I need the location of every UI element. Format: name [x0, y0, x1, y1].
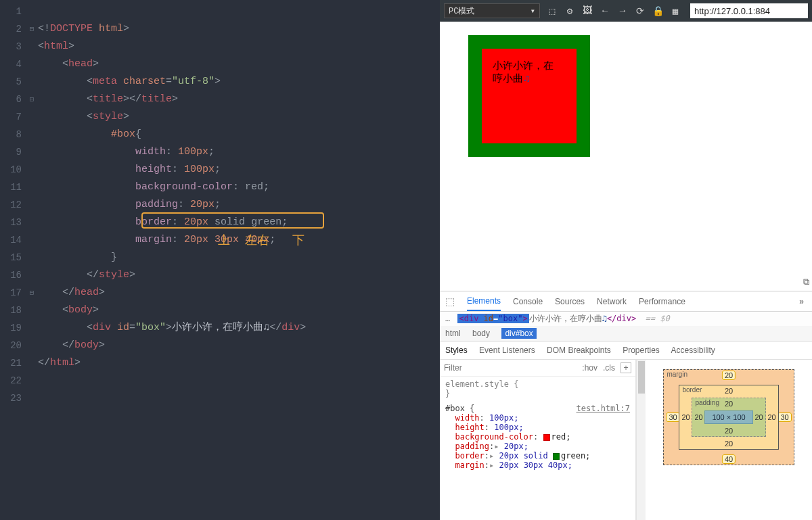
crumb-html[interactable]: html — [445, 329, 461, 338]
subtab-dombreakpoints[interactable]: DOM Breakpoints — [547, 346, 611, 355]
bm-content[interactable]: 100 × 100 — [704, 410, 752, 424]
subtab-accessibility[interactable]: Accessibility — [671, 346, 715, 355]
computed-box-model: margin 20 30 40 30 border 20 20 20 20 — [646, 360, 812, 520]
box-border: 小许小许，在 哼小曲♫ — [468, 35, 590, 157]
devtools-body: :hov .cls + element.style { } #box { tes… — [440, 360, 812, 520]
tab-sources[interactable]: Sources — [555, 293, 585, 310]
annotation-top: 上 — [218, 231, 230, 249]
devtools-panel: ⧉ ⬚ Elements Console Sources Network Per… — [440, 291, 812, 520]
url-bar[interactable]: http://127.0.0.1:884 — [690, 3, 808, 18]
toolbar-icon-5[interactable]: ⟳ — [635, 5, 646, 16]
music-note-glyph: ♫ — [263, 322, 269, 333]
toolbar-icon-3[interactable]: ← — [600, 5, 610, 16]
box-rule-block[interactable]: #box { test.html:7 width: 100px; height:… — [440, 401, 635, 473]
music-note-icon: ♫ — [523, 72, 531, 84]
devtools-main-tabs: ⬚ Elements Console Sources Network Perfo… — [440, 291, 812, 312]
crumb-body[interactable]: body — [472, 329, 490, 338]
preview-toolbar: PC模式 ▾ ⬚⚙🖼←→⟳🔒▦ http://127.0.0.1:884 — [440, 0, 812, 22]
toolbar-icon-0[interactable]: ⬚ — [547, 5, 558, 16]
margin-highlight-box — [141, 212, 324, 229]
bm-padding[interactable]: padding 20 20 20 20 100 × 100 — [692, 398, 765, 437]
dom-breadcrumbs: html body div#box — [440, 326, 812, 341]
box-text-line1: 小许小许，在 — [493, 60, 554, 71]
code-editor-pane: 1234567891011121314151617181920212223 ⊟⊟… — [0, 0, 440, 520]
tab-network[interactable]: Network — [597, 293, 627, 310]
subtab-properties[interactable]: Properties — [623, 346, 660, 355]
dock-icon[interactable]: ⧉ — [803, 277, 809, 287]
toolbar-icon-2[interactable]: 🖼 — [582, 5, 593, 16]
rule-source-link[interactable]: test.html:7 — [577, 404, 630, 413]
new-rule-button[interactable]: + — [621, 362, 631, 373]
hov-toggle[interactable]: :hov — [582, 363, 597, 373]
toolbar-icon-1[interactable]: ⚙ — [564, 5, 575, 16]
bm-border[interactable]: border 20 20 20 20 padding 20 20 20 20 — [679, 385, 778, 450]
render-mode-label: PC模式 — [449, 5, 474, 17]
fold-gutter: ⊟⊟⊟ — [27, 0, 37, 520]
styles-scrollbar[interactable] — [636, 360, 646, 520]
scroll-thumb[interactable] — [638, 361, 645, 394]
preview-devtools-pane: PC模式 ▾ ⬚⚙🖼←→⟳🔒▦ http://127.0.0.1:884 小许小… — [440, 0, 812, 520]
annotation-leftright: 左右 — [245, 231, 269, 249]
box-content[interactable]: 小许小许，在 哼小曲♫ — [482, 49, 577, 143]
styles-subtabs: Styles Event Listeners DOM Breakpoints P… — [440, 341, 812, 360]
div-text-content: 小许小许，在哼小曲 — [172, 322, 263, 333]
subtab-eventlisteners[interactable]: Event Listeners — [479, 346, 535, 355]
element-style-block[interactable]: element.style { } — [440, 377, 635, 401]
app-root: 1234567891011121314151617181920212223 ⊟⊟… — [0, 0, 812, 520]
styles-filter-input[interactable] — [444, 363, 577, 373]
line-number-gutter: 1234567891011121314151617181920212223 — [0, 0, 27, 520]
cls-toggle[interactable]: .cls — [603, 363, 615, 373]
dom-selected-line[interactable]: … <div id="box">小许小许，在哼小曲♫</div> == $0 — [440, 312, 812, 326]
render-mode-select[interactable]: PC模式 ▾ — [444, 3, 540, 18]
code-area[interactable]: <!DOCTYPE html> <html> <head> <meta char… — [37, 0, 440, 520]
tab-performance[interactable]: Performance — [639, 293, 685, 310]
red-color-chip[interactable] — [543, 434, 550, 441]
toolbar-icon-7[interactable]: ▦ — [670, 5, 681, 16]
toolbar-icons: ⬚⚙🖼←→⟳🔒▦ — [547, 5, 681, 16]
annotation-bottom: 下 — [292, 231, 304, 249]
tab-elements[interactable]: Elements — [467, 292, 501, 311]
tab-console[interactable]: Console — [513, 293, 543, 310]
rendered-page-preview: 小许小许，在 哼小曲♫ — [440, 22, 812, 291]
styles-filter-bar: :hov .cls + — [440, 360, 635, 377]
chevron-down-icon: ▾ — [531, 6, 535, 16]
crumb-divbox[interactable]: div#box — [501, 328, 536, 339]
box-text-line2: 哼小曲 — [493, 72, 523, 84]
inspect-icon[interactable]: ⬚ — [445, 296, 455, 308]
overflow-icon[interactable]: » — [799, 297, 804, 306]
styles-column: :hov .cls + element.style { } #box { tes… — [440, 360, 636, 520]
bm-margin[interactable]: margin 20 30 40 30 border 20 20 20 20 — [663, 369, 794, 465]
subtab-styles[interactable]: Styles — [445, 346, 468, 355]
green-color-chip[interactable] — [553, 453, 560, 460]
toolbar-icon-6[interactable]: 🔒 — [652, 5, 663, 16]
toolbar-icon-4[interactable]: → — [617, 5, 628, 16]
